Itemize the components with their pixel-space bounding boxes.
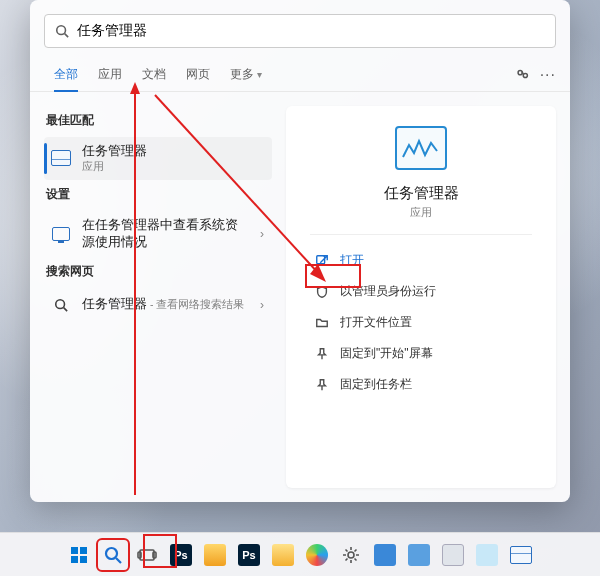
detail-subtitle: 应用: [410, 205, 432, 220]
action-run-as-admin[interactable]: 以管理员身份运行: [308, 276, 534, 307]
more-options-icon[interactable]: ···: [540, 66, 556, 84]
tab-more[interactable]: 更多▾: [220, 58, 272, 91]
search-row: [30, 0, 570, 58]
taskbar-app-generic-2[interactable]: [404, 540, 434, 570]
tabs-row: 全部 应用 文档 网页 更多▾ ···: [30, 58, 570, 92]
result-title: 在任务管理器中查看系统资源使用情况: [82, 217, 250, 251]
result-title: 任务管理器 - 查看网络搜索结果: [82, 296, 250, 313]
task-view-button[interactable]: [132, 540, 162, 570]
folder-icon: [314, 315, 330, 331]
result-task-manager-app[interactable]: 任务管理器 应用: [44, 137, 272, 180]
result-subtitle: 应用: [82, 160, 264, 174]
pin-icon: [314, 377, 330, 393]
group-best-match: 最佳匹配: [46, 112, 272, 129]
monitor-icon: [50, 223, 72, 245]
svg-point-4: [56, 299, 65, 308]
open-icon: [314, 253, 330, 269]
svg-point-20: [348, 552, 354, 558]
taskbar-app-generic-4[interactable]: [472, 540, 502, 570]
svg-rect-17: [140, 550, 154, 560]
action-list: 打开 以管理员身份运行 打开文件位置 固定到"开始"屏幕: [286, 245, 556, 400]
task-manager-large-icon: [395, 126, 447, 170]
chevron-down-icon: ▾: [257, 69, 262, 80]
action-pin-to-start[interactable]: 固定到"开始"屏幕: [308, 338, 534, 369]
result-settings-resource-usage[interactable]: 在任务管理器中查看系统资源使用情况 ›: [44, 211, 272, 257]
taskbar-app-photoshop[interactable]: Ps: [166, 540, 196, 570]
search-box[interactable]: [44, 14, 556, 48]
svg-rect-13: [71, 556, 78, 563]
taskbar-app-folder[interactable]: [268, 540, 298, 570]
search-icon: [55, 24, 69, 38]
taskbar-app-photoshop-2[interactable]: Ps: [234, 540, 264, 570]
results-column: 最佳匹配 任务管理器 应用 设置 在任务管理器中查看系统资源使用情况 › 搜索网…: [30, 92, 280, 502]
tab-docs[interactable]: 文档: [132, 58, 176, 91]
taskbar-app-generic-3[interactable]: [438, 540, 468, 570]
detail-title: 任务管理器: [384, 184, 459, 203]
taskbar-app-settings[interactable]: [336, 540, 366, 570]
group-settings: 设置: [46, 186, 272, 203]
action-pin-to-taskbar[interactable]: 固定到任务栏: [308, 369, 534, 400]
account-icon[interactable]: [515, 67, 530, 82]
search-input[interactable]: [77, 23, 545, 39]
start-button[interactable]: [64, 540, 94, 570]
tab-web[interactable]: 网页: [176, 58, 220, 91]
shield-icon: [314, 284, 330, 300]
svg-rect-14: [80, 556, 87, 563]
svg-line-1: [65, 34, 69, 38]
group-search-web: 搜索网页: [46, 263, 272, 280]
search-panel: 全部 应用 文档 网页 更多▾ ··· 最佳匹配 任务管理器 应用 设置: [30, 0, 570, 502]
svg-point-2: [518, 71, 522, 75]
taskbar-app-task-manager[interactable]: [506, 540, 536, 570]
chevron-right-icon: ›: [260, 298, 264, 312]
svg-rect-12: [80, 547, 87, 554]
svg-rect-11: [71, 547, 78, 554]
divider: [310, 234, 531, 235]
svg-line-5: [64, 307, 68, 311]
detail-card: 任务管理器 应用 打开 以管理员身份运行 打开文件位置: [286, 106, 556, 488]
svg-point-15: [106, 548, 117, 559]
search-icon: [50, 294, 72, 316]
detail-column: 任务管理器 应用 打开 以管理员身份运行 打开文件位置: [280, 92, 570, 502]
taskbar: Ps Ps: [0, 532, 600, 576]
tab-apps[interactable]: 应用: [88, 58, 132, 91]
taskbar-app-generic-1[interactable]: [370, 540, 400, 570]
taskbar-app-explorer[interactable]: [200, 540, 230, 570]
svg-line-16: [116, 558, 121, 563]
taskbar-app-browser[interactable]: [302, 540, 332, 570]
task-manager-icon: [50, 147, 72, 169]
result-title: 任务管理器: [82, 143, 264, 160]
pin-icon: [314, 346, 330, 362]
chevron-right-icon: ›: [260, 227, 264, 241]
result-search-web[interactable]: 任务管理器 - 查看网络搜索结果 ›: [44, 288, 272, 322]
action-open[interactable]: 打开: [308, 245, 534, 276]
svg-point-0: [57, 26, 66, 35]
search-button[interactable]: [98, 540, 128, 570]
action-open-file-location[interactable]: 打开文件位置: [308, 307, 534, 338]
tab-all[interactable]: 全部: [44, 58, 88, 91]
